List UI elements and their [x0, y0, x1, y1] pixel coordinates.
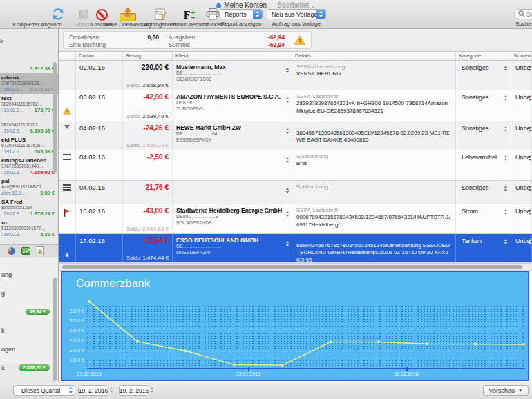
date-to-field[interactable]: 19. 2. 2016: [119, 385, 149, 396]
toolbar-label: Kompletter Abgleich: [1, 21, 73, 28]
table-row[interactable]: 04.02.16-2,50 €SplitbuchungBrotLebensmit…: [59, 150, 532, 181]
account-stepper-icon[interactable]: [528, 65, 532, 73]
column-header-konten[interactable]: Konten: [511, 52, 532, 60]
account-stepper-icon[interactable]: [528, 238, 532, 246]
cell-category[interactable]: Lebensmittel: [456, 150, 511, 180]
category-stepper-icon[interactable]: [504, 155, 508, 163]
category-stepper-icon[interactable]: [504, 238, 508, 246]
horizontal-scrollbar-track: [59, 263, 532, 271]
horizontal-scrollbar-thumb[interactable]: [62, 265, 522, 269]
client-stepper-icon[interactable]: [285, 125, 289, 137]
cell-amount: -2,50 €: [147, 153, 169, 161]
client-stepper-icon[interactable]: [285, 94, 289, 106]
sidebar-list-item[interactable]: 49,94 €: [0, 302, 58, 321]
cell-category[interactable]: Tanken: [456, 234, 511, 262]
account-stepper-icon[interactable]: [528, 208, 532, 217]
account-stepper-icon[interactable]: [528, 126, 532, 134]
account-item[interactable]: SA FredBxxxxxxxx1234: 19.02.2…1.876,24 €: [0, 197, 58, 218]
cell-date: 03.02.16: [76, 90, 123, 121]
account-sync-date: : 19.02.2…: [1, 108, 23, 113]
client-stepper-icon[interactable]: [285, 64, 289, 77]
pie-chart-icon[interactable]: [8, 247, 15, 255]
category-stepper-icon[interactable]: [504, 65, 508, 73]
cell-category[interactable]: Strom: [456, 204, 511, 233]
table-row[interactable]: 02.02.16220,00 €Saldo2.658,89 €Musterman…: [59, 61, 532, 90]
client-stepper-icon[interactable]: [285, 237, 289, 250]
summe-value: -62,94: [211, 41, 285, 48]
date-stepper-icon[interactable]: [150, 387, 154, 395]
account-item[interactable]: 382004111106762…: 19.02.2…8.905,38 €: [0, 115, 58, 135]
account-item[interactable]: 3.912,53 €: [0, 52, 58, 73]
date-from-field[interactable]: 19. 2. 2016: [78, 385, 108, 396]
account-item[interactable]: rect382004111106762…: 19.02.2…173,79 €: [0, 94, 58, 115]
category-stepper-icon[interactable]: [504, 185, 508, 193]
sidebar-list-item[interactable]: k: [0, 321, 58, 340]
column-header-datum[interactable]: Datum: [76, 52, 123, 60]
column-header-details[interactable]: Details: [292, 52, 456, 60]
account-item[interactable]: rzbank276724003900123…: 19.02.2…3.175,32…: [0, 73, 58, 94]
template-dropdown-value: Neu aus Vorlage: [272, 11, 318, 18]
client-stepper-icon[interactable]: [285, 208, 289, 220]
preview-button[interactable]: Vorschau ▼: [483, 385, 529, 396]
new-transfer-icon: [120, 9, 136, 21]
cell-saldo: Saldo1.474,44 €: [126, 255, 169, 261]
title-chevron-icon[interactable]: ⌄: [311, 3, 316, 9]
account-item[interactable]: palAzvQRSLI321ABC1…eich: 19.0…0,00 €: [0, 177, 58, 197]
disclosure-triangle-icon[interactable]: [64, 125, 70, 129]
client-stepper-icon[interactable]: [285, 184, 289, 197]
table-row[interactable]: !03.02.16-42,90 €Saldo2.589,49 €AMAZON P…: [59, 90, 532, 121]
toolbar: Meine Konten — Bearbeitet ⌄ Kompletter A…: [0, 0, 532, 29]
sidebar-list-item[interactable]: ung: [0, 265, 58, 284]
sidebar-list-item[interactable]: g: [0, 284, 58, 302]
reports-dropdown-value: Reports: [225, 11, 247, 18]
account-item[interactable]: ro5112030000101577…: 19.02.2…5,32 €: [0, 218, 58, 239]
account-number: 382004111106762…: [1, 122, 55, 128]
account-stepper-icon[interactable]: [528, 95, 532, 103]
report-icon[interactable]: [37, 246, 44, 255]
cell-saldo: Saldo2.565,23 €: [126, 142, 169, 148]
cell-client-name: AMAZON PAYMENTS EUROPE S.C.A.: [176, 93, 282, 100]
account-balance: 8.905,38 €: [30, 128, 55, 134]
account-stepper-icon[interactable]: [528, 155, 532, 163]
account-item[interactable]: eitungs-Darlehen176725002061440…: 19.02.…: [0, 156, 58, 177]
column-header-kategorie[interactable]: Kategorie: [456, 52, 511, 60]
category-stepper-icon[interactable]: [504, 126, 508, 134]
cell-account[interactable]: Unbek: [511, 150, 532, 180]
sidebar-scrollbar[interactable]: [53, 278, 57, 381]
toolbar-item-abgleich[interactable]: Kompletter Abgleich: [1, 8, 73, 28]
cell-date: 04.02.16: [76, 150, 123, 180]
cell-category[interactable]: Sonstiges: [456, 90, 511, 121]
template-dropdown[interactable]: Neu aus Vorlage: [267, 9, 326, 19]
category-stepper-icon[interactable]: [504, 95, 508, 103]
client-stepper-icon[interactable]: [285, 154, 289, 166]
column-header-betrag[interactable]: Betrag: [123, 52, 173, 60]
reports-dropdown[interactable]: Reports: [220, 9, 263, 19]
cell-category[interactable]: Sonstiges: [456, 121, 511, 150]
account-name: rzbank: [1, 75, 55, 81]
chart-icon[interactable]: [21, 247, 30, 255]
cell-client-iban: DE8730……………: [176, 100, 282, 106]
account-item[interactable]: eld PLUS9720041111067626…: 19.02.2…505,3…: [0, 135, 58, 156]
range-select[interactable]: Dieses Quartal: [13, 385, 75, 396]
column-header-klient[interactable]: Klient: [173, 52, 292, 60]
cell-category[interactable]: Sonstiges: [456, 181, 511, 204]
cell-account[interactable]: Unbek: [511, 181, 532, 204]
cell-account[interactable]: Unbek: [511, 90, 532, 121]
add-icon[interactable]: +: [64, 251, 70, 259]
cell-account[interactable]: Unbek: [511, 204, 532, 233]
cell-account[interactable]: Unbek: [511, 61, 532, 90]
table-row[interactable]: +17.02.16-62,94 €Saldo1.474,44 €ESSO DEU…: [59, 234, 532, 263]
table-row[interactable]: 04.02.16-21,76 €SplitbuchungSonstigesUnb…: [59, 181, 532, 204]
sidebar-scrollbar[interactable]: [53, 62, 57, 173]
cell-account[interactable]: Unbek: [511, 234, 532, 262]
sidebar-list-item[interactable]: it2.878,70 €: [0, 358, 58, 377]
table-row[interactable]: 04.02.16-24,26 €Saldo2.565,23 €REWE Mark…: [59, 121, 532, 150]
category-stepper-icon[interactable]: [504, 208, 508, 217]
cell-category[interactable]: Sonstiges: [456, 61, 511, 90]
search-input[interactable]: Suchen: [514, 9, 532, 19]
table-row[interactable]: 15.02.16-43,00 €Saldo2.014,85 €Stadtwerk…: [59, 204, 532, 234]
cell-details-type: SEPA-Lastschrift: [296, 207, 451, 214]
sidebar-list-item[interactable]: ogen: [0, 340, 58, 358]
account-stepper-icon[interactable]: [528, 185, 532, 193]
cell-account[interactable]: Unbek: [511, 121, 532, 150]
